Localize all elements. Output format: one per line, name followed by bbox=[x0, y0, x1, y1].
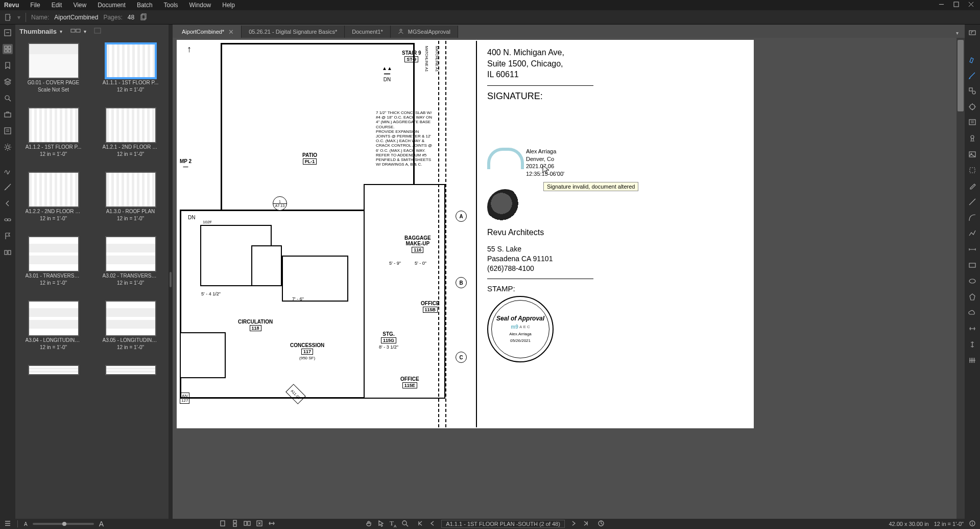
polygon-icon[interactable] bbox=[967, 292, 977, 302]
tab-mgseal[interactable]: MGSealApproval bbox=[391, 26, 458, 38]
rectangle-icon[interactable] bbox=[967, 260, 977, 270]
file-icon[interactable] bbox=[4, 13, 12, 21]
first-page-icon[interactable] bbox=[417, 520, 424, 528]
shapes-icon[interactable] bbox=[967, 86, 977, 96]
prev-page-icon[interactable] bbox=[429, 520, 436, 528]
file-access-icon[interactable] bbox=[3, 28, 13, 38]
chevron-down-icon[interactable]: ▾ bbox=[60, 29, 62, 34]
arc-icon[interactable] bbox=[967, 213, 977, 223]
settings-icon[interactable] bbox=[3, 142, 13, 152]
continuous-icon[interactable] bbox=[231, 520, 238, 528]
thumbnail-item[interactable] bbox=[95, 365, 165, 375]
svg-rect-35 bbox=[244, 521, 247, 525]
polyline-icon[interactable] bbox=[967, 228, 977, 239]
crosshair-icon[interactable] bbox=[967, 102, 977, 112]
maximize-icon[interactable] bbox=[953, 2, 959, 9]
zoom-in-a-icon[interactable]: A bbox=[99, 520, 104, 528]
page-layout-icon[interactable] bbox=[70, 27, 81, 36]
digital-signature[interactable]: Alex Arriaga Denver, Co 2021.07.06 12:35… bbox=[487, 148, 593, 178]
thumbnail-item[interactable]: G0.01 - COVER PAGEScale Not Set bbox=[18, 43, 88, 93]
info-icon[interactable] bbox=[969, 520, 976, 528]
panel-splitter[interactable] bbox=[169, 25, 173, 519]
menu-tools[interactable]: Tools bbox=[164, 2, 178, 9]
pen-icon[interactable] bbox=[967, 70, 977, 80]
stamp-icon[interactable] bbox=[967, 133, 977, 144]
tab-digital-signature[interactable]: 05.26.21 - Digital Signature Basics* bbox=[242, 26, 345, 38]
thumb-scale: 12 in = 1'-0" bbox=[40, 344, 67, 351]
menu-document[interactable]: Document bbox=[98, 2, 126, 9]
ellipse-icon[interactable] bbox=[967, 276, 977, 286]
list-icon[interactable] bbox=[4, 520, 11, 528]
thumbnail-item[interactable] bbox=[18, 365, 88, 375]
thumbnail-item[interactable]: A1.3.0 - ROOF PLAN12 in = 1'-0" bbox=[95, 172, 165, 222]
close-icon[interactable] bbox=[968, 2, 974, 9]
measure-icon[interactable] bbox=[3, 182, 13, 192]
thumbnail-item[interactable]: A1.2.2 - 2ND FLOOR P...12 in = 1'-0" bbox=[18, 172, 88, 222]
callout-v-icon[interactable] bbox=[967, 339, 977, 350]
tabs-overflow-icon[interactable]: ▾ bbox=[954, 28, 961, 38]
pan-icon[interactable] bbox=[365, 520, 372, 528]
note-icon[interactable] bbox=[967, 118, 977, 128]
page-indicator[interactable]: A1.1.1 - 1ST FLOOR PLAN -SOUTH (2 of 48) bbox=[441, 520, 565, 528]
thumbnail-item[interactable]: A1.1.1 - 1ST FLOOR P...12 in = 1'-0" bbox=[95, 43, 165, 93]
fit-width-icon[interactable] bbox=[268, 520, 275, 528]
menu-file[interactable]: File bbox=[30, 2, 40, 9]
tab-aiportcombined[interactable]: AiportCombined* ✕ bbox=[175, 26, 242, 38]
menu-window[interactable]: Window bbox=[189, 2, 211, 9]
zoom-out-a-icon[interactable]: A bbox=[24, 521, 28, 527]
menu-view[interactable]: View bbox=[73, 2, 86, 9]
count-icon[interactable] bbox=[967, 355, 977, 365]
facing-icon[interactable] bbox=[244, 520, 251, 528]
compare-icon[interactable] bbox=[3, 247, 13, 258]
bookmark-icon[interactable] bbox=[3, 60, 13, 71]
thumb-title: A3.01 - TRANSVERSE... bbox=[26, 273, 82, 279]
minimize-icon[interactable] bbox=[939, 2, 944, 9]
next-page-icon[interactable] bbox=[570, 520, 577, 528]
dimension-icon[interactable] bbox=[967, 244, 977, 255]
page-label-icon[interactable] bbox=[93, 27, 102, 36]
scale-icon[interactable] bbox=[597, 520, 605, 528]
highlighter-icon[interactable] bbox=[967, 54, 977, 64]
links-icon[interactable] bbox=[3, 215, 13, 225]
tab-close-icon[interactable]: ✕ bbox=[228, 28, 234, 36]
select-icon[interactable] bbox=[377, 520, 385, 528]
document-viewport[interactable]: ↑ MP 2— PATIOPL-1 STAIR 9ST-9 ▲▲━━DN 1A7… bbox=[173, 38, 965, 519]
forms-icon[interactable] bbox=[3, 126, 13, 136]
layers-icon[interactable] bbox=[3, 77, 13, 87]
text-box-icon[interactable] bbox=[967, 28, 977, 38]
thumbnail-item[interactable]: A3.05 - LONGITUDINA...12 in = 1'-0" bbox=[95, 301, 165, 351]
thumbnail-item[interactable]: A3.02 - TRANSVERSE...12 in = 1'-0" bbox=[95, 236, 165, 286]
image-icon[interactable] bbox=[967, 149, 977, 159]
flag-icon[interactable] bbox=[3, 231, 13, 241]
thumbnail-item[interactable]: A3.04 - LONGITUDINA...12 in = 1'-0" bbox=[18, 301, 88, 351]
search-icon[interactable] bbox=[3, 93, 13, 103]
fit-page-icon[interactable] bbox=[256, 520, 263, 528]
thumb-scale: 12 in = 1'-0" bbox=[117, 280, 144, 286]
cloud-icon[interactable] bbox=[967, 308, 977, 318]
menu-batch[interactable]: Batch bbox=[137, 2, 153, 9]
last-page-icon[interactable] bbox=[582, 520, 589, 528]
eraser-icon[interactable] bbox=[967, 181, 977, 191]
thumbnails-icon[interactable] bbox=[3, 44, 13, 54]
copy-icon[interactable] bbox=[139, 13, 148, 21]
crop-icon[interactable] bbox=[967, 165, 977, 175]
line-icon[interactable] bbox=[967, 197, 977, 207]
thumbnail-item[interactable]: A3.01 - TRANSVERSE...12 in = 1'-0" bbox=[18, 236, 88, 286]
single-page-icon[interactable] bbox=[219, 520, 226, 528]
tab-document1[interactable]: Document1* bbox=[345, 26, 391, 38]
svg-rect-7 bbox=[5, 50, 7, 52]
thumb-size-slider[interactable] bbox=[33, 523, 94, 525]
thumbnail-item[interactable]: A1.1.2 - 1ST FLOOR P...12 in = 1'-0" bbox=[18, 107, 88, 157]
arrow-left-icon[interactable] bbox=[3, 198, 13, 209]
thumbnail-item[interactable]: A1.2.1 - 2ND FLOOR P...12 in = 1'-0" bbox=[95, 107, 165, 157]
zoom-tool-icon[interactable] bbox=[401, 520, 409, 528]
menu-help[interactable]: Help bbox=[222, 2, 235, 9]
callout-h-icon[interactable] bbox=[967, 324, 977, 334]
vertical-scrollbar[interactable] bbox=[957, 38, 965, 519]
approval-stamp: Seal of Approval m9A E C Alex.Arriaga 05… bbox=[487, 296, 554, 362]
toolchest-icon[interactable] bbox=[3, 109, 13, 120]
signature-icon[interactable] bbox=[3, 166, 13, 176]
menu-edit[interactable]: Edit bbox=[52, 2, 62, 9]
chevron-down-icon[interactable]: ▾ bbox=[84, 29, 86, 34]
text-select-icon[interactable]: TA bbox=[390, 519, 396, 528]
